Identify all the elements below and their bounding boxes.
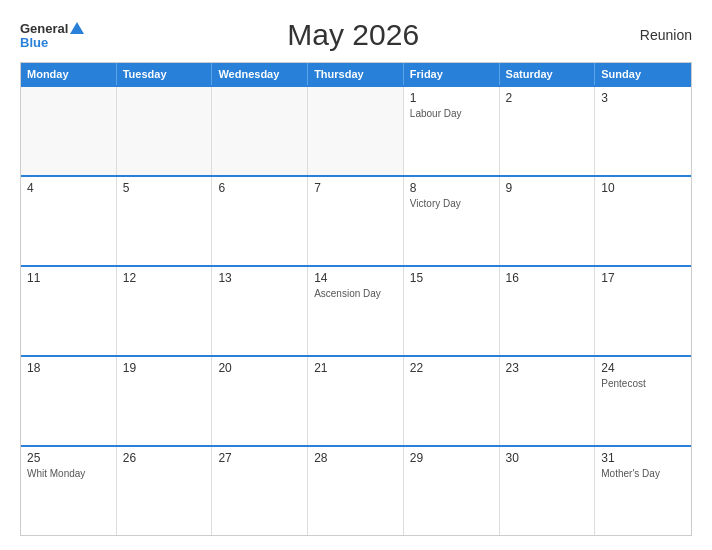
- day-number: 11: [27, 271, 110, 285]
- day-number: 7: [314, 181, 397, 195]
- calendar-cell-w4-d7: 24Pentecost: [595, 357, 691, 445]
- calendar-cell-w2-d4: 7: [308, 177, 404, 265]
- calendar-week-5: 25Whit Monday262728293031Mother's Day: [21, 445, 691, 535]
- calendar-cell-w1-d4: [308, 87, 404, 175]
- calendar-cell-w3-d1: 11: [21, 267, 117, 355]
- calendar-cell-w3-d7: 17: [595, 267, 691, 355]
- calendar-cell-w1-d6: 2: [500, 87, 596, 175]
- day-number: 23: [506, 361, 589, 375]
- holiday-label: Mother's Day: [601, 467, 685, 480]
- day-header-saturday: Saturday: [500, 63, 596, 85]
- calendar-page: General Blue May 2026 Reunion Monday Tue…: [0, 0, 712, 550]
- calendar-cell-w2-d5: 8Victory Day: [404, 177, 500, 265]
- calendar-body: 1Labour Day2345678Victory Day91011121314…: [21, 85, 691, 535]
- day-number: 1: [410, 91, 493, 105]
- calendar-cell-w1-d1: [21, 87, 117, 175]
- logo-triangle-icon: [70, 22, 84, 34]
- calendar-cell-w3-d4: 14Ascension Day: [308, 267, 404, 355]
- day-header-thursday: Thursday: [308, 63, 404, 85]
- calendar-cell-w4-d2: 19: [117, 357, 213, 445]
- day-number: 31: [601, 451, 685, 465]
- calendar-cell-w1-d3: [212, 87, 308, 175]
- day-number: 20: [218, 361, 301, 375]
- logo: General Blue: [20, 22, 84, 49]
- calendar-header-row: Monday Tuesday Wednesday Thursday Friday…: [21, 63, 691, 85]
- calendar-cell-w2-d6: 9: [500, 177, 596, 265]
- logo-blue-text: Blue: [20, 36, 84, 49]
- calendar-week-4: 18192021222324Pentecost: [21, 355, 691, 445]
- calendar-cell-w5-d3: 27: [212, 447, 308, 535]
- calendar-cell-w4-d3: 20: [212, 357, 308, 445]
- calendar-cell-w3-d6: 16: [500, 267, 596, 355]
- calendar-cell-w5-d2: 26: [117, 447, 213, 535]
- calendar-week-2: 45678Victory Day910: [21, 175, 691, 265]
- calendar-cell-w3-d2: 12: [117, 267, 213, 355]
- day-number: 24: [601, 361, 685, 375]
- calendar-cell-w2-d3: 6: [212, 177, 308, 265]
- holiday-label: Pentecost: [601, 377, 685, 390]
- calendar-cell-w5-d4: 28: [308, 447, 404, 535]
- calendar-cell-w1-d7: 3: [595, 87, 691, 175]
- holiday-label: Whit Monday: [27, 467, 110, 480]
- calendar-cell-w5-d5: 29: [404, 447, 500, 535]
- calendar-cell-w4-d4: 21: [308, 357, 404, 445]
- holiday-label: Labour Day: [410, 107, 493, 120]
- day-number: 25: [27, 451, 110, 465]
- calendar-cell-w1-d5: 1Labour Day: [404, 87, 500, 175]
- day-number: 10: [601, 181, 685, 195]
- calendar-cell-w2-d1: 4: [21, 177, 117, 265]
- day-header-wednesday: Wednesday: [212, 63, 308, 85]
- calendar-cell-w2-d7: 10: [595, 177, 691, 265]
- day-number: 5: [123, 181, 206, 195]
- calendar-cell-w3-d3: 13: [212, 267, 308, 355]
- day-number: 8: [410, 181, 493, 195]
- calendar-cell-w1-d2: [117, 87, 213, 175]
- day-header-tuesday: Tuesday: [117, 63, 213, 85]
- day-header-monday: Monday: [21, 63, 117, 85]
- region-label: Reunion: [622, 27, 692, 43]
- day-number: 16: [506, 271, 589, 285]
- calendar-title: May 2026: [84, 18, 622, 52]
- day-number: 19: [123, 361, 206, 375]
- day-number: 29: [410, 451, 493, 465]
- day-number: 12: [123, 271, 206, 285]
- calendar-cell-w5-d6: 30: [500, 447, 596, 535]
- day-number: 17: [601, 271, 685, 285]
- calendar-cell-w4-d6: 23: [500, 357, 596, 445]
- calendar-cell-w2-d2: 5: [117, 177, 213, 265]
- calendar-cell-w3-d5: 15: [404, 267, 500, 355]
- calendar-cell-w4-d5: 22: [404, 357, 500, 445]
- page-header: General Blue May 2026 Reunion: [20, 18, 692, 52]
- day-number: 18: [27, 361, 110, 375]
- logo-text: General Blue: [20, 22, 84, 49]
- day-number: 30: [506, 451, 589, 465]
- holiday-label: Victory Day: [410, 197, 493, 210]
- calendar-week-3: 11121314Ascension Day151617: [21, 265, 691, 355]
- day-number: 4: [27, 181, 110, 195]
- day-header-sunday: Sunday: [595, 63, 691, 85]
- day-number: 9: [506, 181, 589, 195]
- day-number: 28: [314, 451, 397, 465]
- day-number: 13: [218, 271, 301, 285]
- calendar-cell-w5-d7: 31Mother's Day: [595, 447, 691, 535]
- day-number: 27: [218, 451, 301, 465]
- day-number: 15: [410, 271, 493, 285]
- holiday-label: Ascension Day: [314, 287, 397, 300]
- logo-general-text: General: [20, 22, 68, 35]
- day-number: 6: [218, 181, 301, 195]
- day-header-friday: Friday: [404, 63, 500, 85]
- day-number: 3: [601, 91, 685, 105]
- day-number: 26: [123, 451, 206, 465]
- day-number: 21: [314, 361, 397, 375]
- day-number: 2: [506, 91, 589, 105]
- calendar-grid: Monday Tuesday Wednesday Thursday Friday…: [20, 62, 692, 536]
- calendar-cell-w4-d1: 18: [21, 357, 117, 445]
- day-number: 22: [410, 361, 493, 375]
- day-number: 14: [314, 271, 397, 285]
- calendar-week-1: 1Labour Day23: [21, 85, 691, 175]
- calendar-cell-w5-d1: 25Whit Monday: [21, 447, 117, 535]
